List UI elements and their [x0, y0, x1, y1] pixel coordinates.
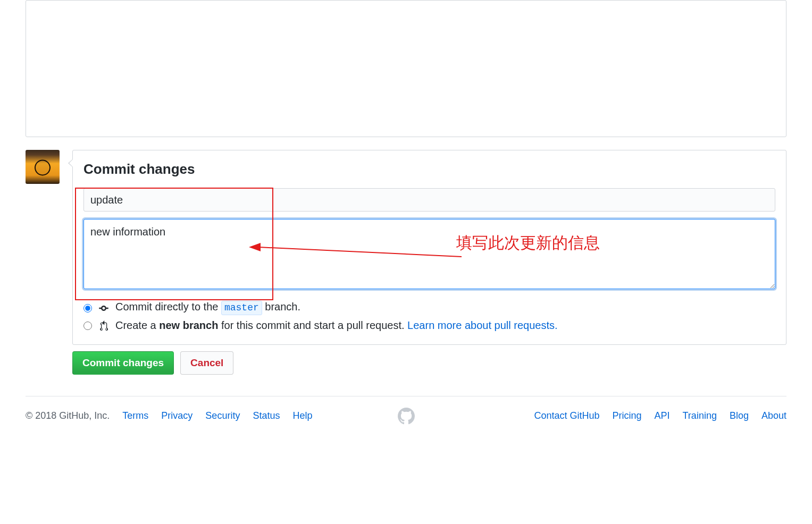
commit-description-input[interactable]: [83, 219, 775, 289]
commit-radio-direct-label: Commit directly to the master branch.: [115, 301, 300, 315]
footer-link-api[interactable]: API: [655, 410, 670, 421]
footer-link-status[interactable]: Status: [253, 410, 280, 421]
commit-changes-button[interactable]: Commit changes: [72, 351, 174, 375]
commit-radio-direct[interactable]: Commit directly to the master branch.: [83, 301, 775, 315]
footer-link-blog[interactable]: Blog: [730, 410, 749, 421]
commit-radio-newbranch-label: Create a new branch for this commit and …: [115, 319, 558, 332]
git-pull-request-icon: [98, 320, 109, 331]
footer-copyright: © 2018 GitHub, Inc.: [26, 410, 110, 421]
footer-link-contact[interactable]: Contact GitHub: [534, 410, 599, 421]
commit-heading: Commit changes: [83, 161, 775, 178]
github-mark-icon[interactable]: [398, 408, 415, 425]
footer-link-privacy[interactable]: Privacy: [161, 410, 192, 421]
avatar[interactable]: [26, 150, 60, 184]
commit-radio-direct-input[interactable]: [83, 304, 92, 312]
footer-link-security[interactable]: Security: [205, 410, 240, 421]
footer-link-terms[interactable]: Terms: [122, 410, 148, 421]
commit-actions: Commit changes Cancel: [72, 351, 786, 375]
commit-summary-input[interactable]: [83, 188, 775, 212]
footer: © 2018 GitHub, Inc. Terms Privacy Securi…: [26, 410, 786, 436]
file-editor-panel[interactable]: [26, 0, 786, 137]
learn-pull-requests-link[interactable]: Learn more about pull requests.: [407, 319, 557, 331]
git-commit-icon: [98, 303, 109, 314]
commit-radio-newbranch[interactable]: Create a new branch for this commit and …: [83, 319, 775, 332]
commit-form: Commit changes Commit directly to the ma…: [72, 150, 786, 345]
footer-link-pricing[interactable]: Pricing: [613, 410, 642, 421]
footer-link-about[interactable]: About: [761, 410, 786, 421]
commit-radio-newbranch-input[interactable]: [83, 322, 92, 330]
commit-section: Commit changes Commit directly to the ma…: [26, 150, 786, 345]
cancel-button[interactable]: Cancel: [180, 351, 233, 375]
footer-divider: [26, 396, 786, 396]
footer-link-help[interactable]: Help: [292, 410, 312, 421]
footer-link-training[interactable]: Training: [683, 410, 717, 421]
branch-pill: master: [221, 301, 262, 315]
